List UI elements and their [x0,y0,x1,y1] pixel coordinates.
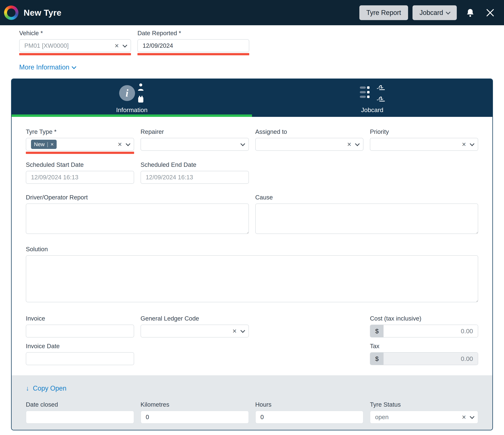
tyre-status-label: Tyre Status [370,401,478,408]
solution-label: Solution [26,246,478,253]
tyre-report-button[interactable]: Tyre Report [359,5,408,20]
general-ledger-code-label: General Ledger Code [141,315,249,322]
clear-icon[interactable]: × [233,328,236,335]
solution-textarea[interactable] [26,255,478,302]
hours-label: Hours [255,401,364,408]
down-arrow-icon: ↓ [26,384,29,392]
clear-icon[interactable]: × [462,141,466,148]
tyre-status-field: Tyre Status open × [370,401,478,424]
invoice-input[interactable] [31,328,129,335]
scheduled-start-date-wrap [26,171,134,184]
date-closed-label: Date closed [26,401,134,408]
copy-open-label: Copy Open [33,384,66,392]
tyre-status-value: open [375,414,388,421]
tyre-type-select[interactable]: New | × × [26,138,134,151]
priority-field: Priority × [370,128,478,154]
tax-input-group: $ [370,352,478,365]
repairer-select[interactable] [141,138,249,151]
signature-icon [376,96,386,102]
cost-input[interactable] [384,325,478,337]
driver-operator-report-textarea[interactable] [26,203,249,234]
tyre-report-label: Tyre Report [366,9,401,17]
calendar-icon [137,95,145,103]
clear-icon[interactable]: × [115,42,119,49]
jobcard-label: Jobcard [420,9,443,17]
assigned-to-select[interactable]: × [255,138,364,151]
solution-field: Solution [26,246,478,303]
tyre-type-tag-value: New [34,141,45,148]
vehicle-field: Vehicle * PM01 [XW0000] × [19,30,131,55]
tyre-status-select[interactable]: open × [370,411,478,424]
closed-section: ↓ Copy Open Date closed Kilometres Hours [12,375,492,430]
repairer-label: Repairer [141,128,249,135]
tyre-type-tag: New | × [31,140,57,149]
invoice-label: Invoice [26,315,134,322]
date-reported-label: Date Reported * [137,30,249,37]
invoice-date-input-wrap [26,352,134,365]
cost-input-group: $ [370,325,478,338]
hours-input[interactable] [261,414,359,421]
vehicle-select[interactable]: PM01 [XW0000] × [19,39,131,52]
invoice-date-input[interactable] [31,355,129,362]
date-reported-input-wrap [137,39,249,52]
chevron-down-icon [446,10,450,14]
priority-select[interactable]: × [370,138,478,151]
clear-icon[interactable]: × [347,141,351,148]
cause-textarea[interactable] [255,203,478,234]
clear-icon[interactable]: × [462,414,466,421]
more-information-label: More Information [19,63,69,71]
tab-bar: i Information [12,79,492,117]
chevron-down-icon[interactable] [240,141,245,146]
more-information-toggle[interactable]: More Information [19,63,76,71]
vehicle-value: PM01 [XW0000] [24,42,69,49]
app-logo-icon [4,6,18,20]
chevron-down-icon[interactable] [240,328,245,333]
priority-label: Priority [370,128,478,135]
tax-input [384,353,478,365]
copy-open-link[interactable]: ↓ Copy Open [26,384,66,392]
app-header: New Tyre Tyre Report Jobcard [0,0,504,25]
cause-label: Cause [255,194,478,201]
chevron-down-icon[interactable] [470,414,474,419]
person-icon [137,83,145,91]
remove-tag-icon[interactable]: × [51,141,54,148]
invoice-date-field: Invoice Date [26,343,134,365]
required-indicator [26,152,134,154]
kilometres-field: Kilometres [141,401,249,424]
invoice-input-wrap [26,325,134,338]
notification-bell-icon[interactable] [464,6,477,19]
required-indicator [137,53,249,55]
date-closed-input[interactable] [31,414,129,421]
tyre-panel: i Information [11,78,493,430]
cost-label: Cost (tax inclusive) [370,315,478,322]
tyre-type-field: Tyre Type * New | × × [26,128,134,154]
chevron-down-icon[interactable] [123,43,127,47]
clear-icon[interactable]: × [118,141,122,148]
general-ledger-code-select[interactable]: × [141,325,249,338]
cause-field: Cause [255,194,478,235]
scheduled-end-date-wrap [141,171,249,184]
kilometres-input[interactable] [146,414,244,421]
scheduled-end-date-input[interactable] [146,174,244,181]
date-reported-input[interactable] [143,42,244,49]
chevron-down-icon[interactable] [470,141,474,146]
top-form: Vehicle * PM01 [XW0000] × Date Reported … [0,25,504,71]
date-closed-input-wrap [26,411,134,424]
chevron-down-icon[interactable] [355,141,360,146]
jobcard-dropdown-button[interactable]: Jobcard [413,5,457,20]
currency-prefix: $ [370,325,384,337]
hours-input-wrap [255,411,364,424]
tab-information[interactable]: i Information [12,79,252,117]
hours-field: Hours [255,401,364,424]
driver-operator-report-field: Driver/Operator Report [26,194,249,235]
tag-divider: | [47,141,48,148]
required-indicator [19,53,131,55]
invoice-field: Invoice [26,315,134,338]
assigned-to-label: Assigned to [255,128,364,135]
page-title: New Tyre [24,8,62,18]
chevron-down-icon [72,64,76,69]
chevron-down-icon[interactable] [126,141,130,146]
tab-jobcard[interactable]: Jobcard [252,79,492,117]
scheduled-start-date-input[interactable] [31,174,129,181]
close-icon[interactable] [484,6,497,19]
